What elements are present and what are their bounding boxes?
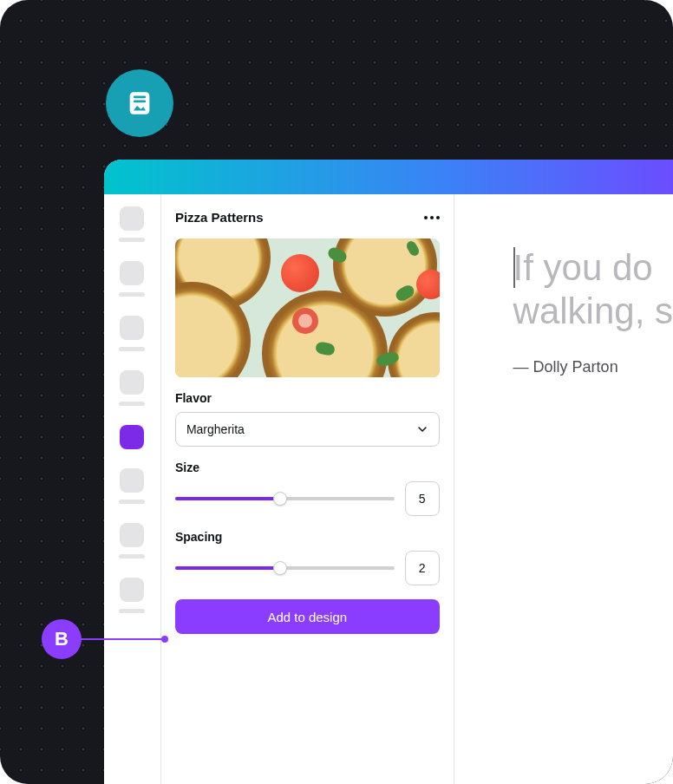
svg-rect-2 [134, 100, 146, 102]
attribution: — Dolly Parton [513, 358, 673, 376]
side-rail [104, 194, 161, 784]
annotation-line [82, 638, 165, 640]
app-window: Pizza Patterns [104, 160, 673, 784]
background: Pizza Patterns [0, 0, 673, 784]
svg-rect-1 [134, 96, 146, 99]
app-body: Pizza Patterns [104, 194, 673, 784]
document-image-icon [125, 88, 154, 118]
rail-item[interactable] [119, 316, 145, 351]
flavor-field: Flavor Margherita [175, 391, 440, 447]
rail-item[interactable] [119, 261, 145, 297]
more-icon[interactable] [424, 216, 440, 219]
spacing-label: Spacing [175, 530, 440, 544]
add-to-design-button[interactable]: Add to design [175, 599, 440, 634]
panel-title: Pizza Patterns [175, 210, 264, 225]
size-label: Size [175, 461, 440, 474]
titlebar-gradient [104, 160, 673, 194]
size-value[interactable]: 5 [405, 481, 440, 516]
rail-item[interactable] [119, 468, 145, 504]
floating-badge [106, 69, 173, 137]
spacing-field: Spacing 2 [175, 530, 440, 585]
quote-text[interactable]: If you do walking, s [513, 246, 673, 334]
flavor-value: Margherita [186, 422, 245, 436]
panel-header: Pizza Patterns [175, 210, 440, 225]
rail-item[interactable] [119, 206, 145, 242]
annotation-b: B [42, 619, 165, 659]
canvas-area[interactable]: If you do walking, s — Dolly Parton [454, 194, 673, 784]
size-slider[interactable] [175, 492, 395, 506]
svg-rect-0 [130, 92, 150, 114]
flavor-label: Flavor [175, 391, 440, 405]
spacing-slider[interactable] [175, 561, 395, 575]
flavor-select[interactable]: Margherita [175, 412, 440, 447]
size-field: Size 5 [175, 461, 440, 516]
spacing-value[interactable]: 2 [405, 551, 440, 585]
side-panel: Pizza Patterns [161, 194, 454, 784]
pattern-preview [175, 238, 440, 377]
rail-item[interactable] [119, 578, 145, 613]
rail-item[interactable] [119, 370, 145, 406]
chevron-down-icon [416, 423, 428, 435]
rail-item[interactable] [119, 523, 145, 559]
annotation-badge: B [42, 619, 82, 659]
rail-item-active[interactable] [120, 425, 144, 449]
